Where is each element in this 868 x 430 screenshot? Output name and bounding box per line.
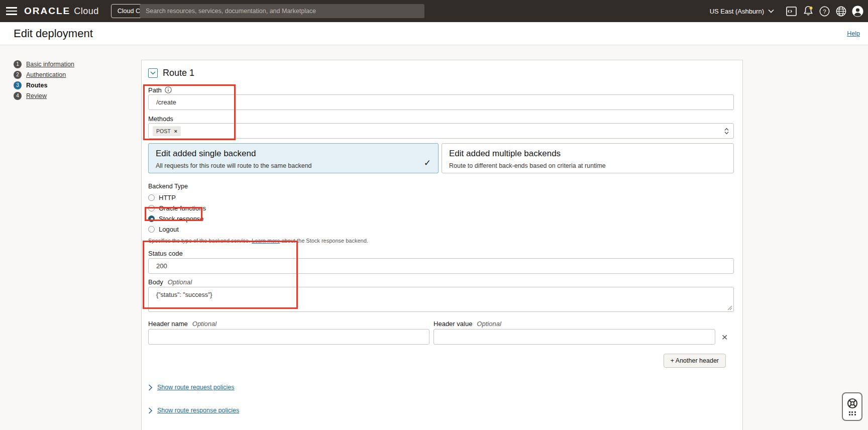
- info-icon[interactable]: [165, 86, 172, 93]
- wizard-steps: 1 Basic information 2 Authentication 3 R…: [14, 59, 74, 101]
- user-avatar[interactable]: [849, 0, 866, 22]
- wizard-step-authentication[interactable]: 2 Authentication: [14, 69, 74, 80]
- remove-tag-icon[interactable]: ×: [174, 129, 177, 133]
- topbar: ORACLE Cloud Cloud Classic US East (Ashb…: [0, 0, 868, 22]
- collapse-chevron-icon[interactable]: [148, 68, 158, 78]
- backend-helper-text: Specifies the type of the backend servic…: [148, 238, 734, 244]
- grid-dots-icon: [849, 411, 856, 416]
- route-title: Route 1: [163, 68, 194, 78]
- wizard-step-routes[interactable]: 3 Routes: [14, 80, 74, 90]
- chevron-down-icon: [768, 9, 774, 13]
- remove-header-icon[interactable]: ×: [715, 329, 734, 345]
- chevron-right-icon: [148, 384, 152, 391]
- backend-type-label: Backend Type: [148, 182, 734, 190]
- brand-oracle: ORACLE: [24, 6, 70, 17]
- body-textarea[interactable]: {"status": "success"}: [149, 287, 733, 311]
- content-area: 1 Basic information 2 Authentication 3 R…: [0, 45, 868, 430]
- cloud-shell-icon[interactable]: [783, 0, 800, 22]
- header-value-input[interactable]: [433, 329, 715, 345]
- life-ring-icon: [847, 398, 858, 409]
- header-value-label: Header value Optional: [433, 319, 715, 328]
- show-route-request-policies[interactable]: Show route request policies: [148, 384, 734, 391]
- chevron-right-icon: [148, 407, 152, 414]
- another-header-button[interactable]: + Another header: [664, 354, 726, 368]
- checkmark-icon: ✓: [424, 158, 431, 168]
- hamburger-menu-icon[interactable]: [0, 0, 23, 22]
- card-multiple-backends[interactable]: Edit added multiple backends Route to di…: [442, 143, 734, 173]
- radio-button[interactable]: [148, 205, 155, 211]
- methods-label: Methods: [148, 115, 734, 123]
- backend-mode-cards: Edit added single backend All requests f…: [148, 143, 734, 173]
- header-name-input[interactable]: [148, 329, 429, 345]
- path-input[interactable]: [148, 94, 734, 110]
- learn-more-link[interactable]: Learn more: [252, 238, 280, 244]
- notifications-bell-icon[interactable]: [800, 0, 816, 22]
- radio-stock-response[interactable]: Stock response: [148, 213, 734, 224]
- status-code-label: Status code: [148, 249, 734, 257]
- step-number: 3: [14, 81, 22, 89]
- methods-select[interactable]: POST ×: [148, 123, 734, 139]
- select-stepper-icon[interactable]: [724, 128, 729, 134]
- help-icon[interactable]: ?: [816, 0, 833, 22]
- status-code-input[interactable]: [148, 258, 734, 274]
- region-selector[interactable]: US East (Ashburn): [710, 8, 774, 15]
- step-number: 1: [14, 60, 22, 68]
- show-route-response-policies[interactable]: Show route response policies: [148, 407, 734, 414]
- assistance-widget[interactable]: [842, 392, 862, 421]
- svg-text:?: ?: [823, 9, 826, 15]
- card-title: Edit added single backend: [156, 149, 431, 159]
- global-search: [140, 4, 424, 18]
- card-subtitle: Route to different back-ends based on cr…: [449, 162, 726, 169]
- help-link[interactable]: Help: [847, 30, 860, 37]
- step-label[interactable]: Basic information: [26, 61, 74, 68]
- radio-button[interactable]: [148, 194, 155, 201]
- resize-handle-icon[interactable]: [727, 305, 732, 310]
- radio-button[interactable]: [148, 226, 155, 233]
- route-header: Route 1: [148, 66, 734, 80]
- notification-dot: [809, 7, 812, 10]
- step-label[interactable]: Authentication: [26, 71, 66, 78]
- page-header: Edit deployment Help: [0, 22, 868, 45]
- header-name-label: Header name Optional: [148, 319, 429, 328]
- card-title: Edit added multiple backends: [449, 149, 726, 159]
- wizard-step-review[interactable]: 4 Review: [14, 90, 74, 101]
- card-subtitle: All requests for this route will route t…: [156, 162, 431, 169]
- search-input[interactable]: [140, 8, 424, 15]
- path-label: Path: [148, 86, 734, 94]
- card-single-backend[interactable]: Edit added single backend All requests f…: [148, 143, 439, 173]
- route-panel: Route 1 Path Methods POST × Edit added s…: [141, 60, 743, 430]
- method-tag-post: POST ×: [153, 126, 181, 136]
- radio-button-selected[interactable]: [148, 216, 155, 222]
- body-textarea-wrap: {"status": "success"}: [148, 287, 734, 312]
- step-number: 4: [14, 92, 22, 100]
- body-label: Body Optional: [148, 278, 734, 286]
- step-number: 2: [14, 71, 22, 79]
- radio-http[interactable]: HTTP: [148, 192, 734, 202]
- wizard-step-basic-information[interactable]: 1 Basic information: [14, 59, 74, 69]
- header-row: Header name Optional Header value Option…: [148, 319, 734, 345]
- oracle-cloud-logo[interactable]: ORACLE Cloud: [24, 6, 99, 17]
- page-title: Edit deployment: [14, 27, 93, 40]
- language-globe-icon[interactable]: [833, 0, 849, 22]
- radio-oracle-functions[interactable]: Oracle functions: [148, 203, 734, 213]
- step-label[interactable]: Review: [26, 92, 47, 99]
- step-label: Routes: [26, 82, 47, 89]
- radio-logout[interactable]: Logout: [148, 224, 734, 234]
- brand-cloud: Cloud: [74, 6, 99, 17]
